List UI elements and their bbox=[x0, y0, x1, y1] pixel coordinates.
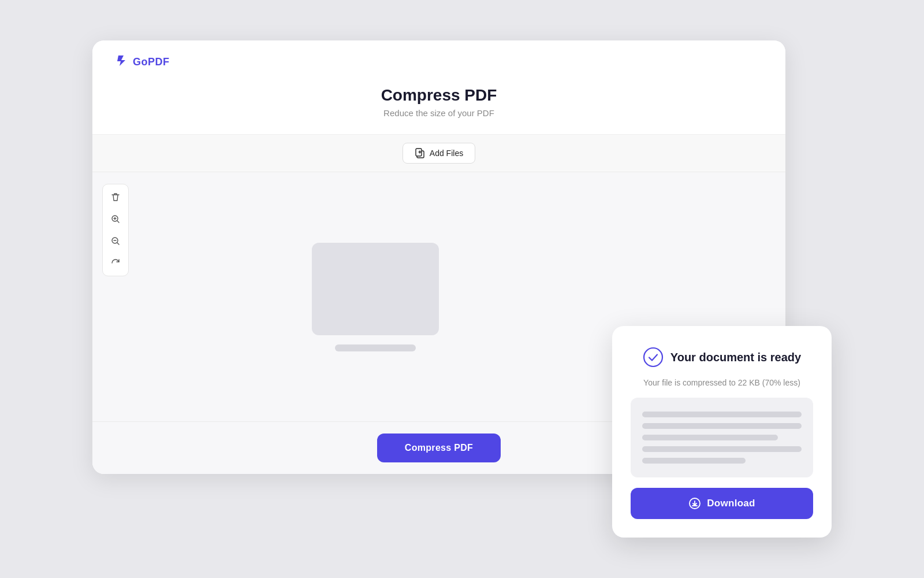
logo-icon bbox=[116, 54, 128, 70]
zoom-out-button[interactable] bbox=[105, 231, 126, 251]
page-title: Compress PDF bbox=[116, 86, 762, 105]
icon-toolbar bbox=[102, 184, 129, 276]
document-thumbnail bbox=[312, 243, 439, 335]
svg-point-3 bbox=[644, 348, 662, 366]
result-header: Your document is ready bbox=[643, 347, 801, 368]
check-circle-icon bbox=[643, 347, 664, 368]
result-card: Your document is ready Your file is comp… bbox=[612, 326, 832, 538]
doc-line-3 bbox=[642, 435, 778, 440]
doc-line-4 bbox=[642, 446, 802, 452]
zoom-in-button[interactable] bbox=[105, 209, 126, 229]
doc-line-1 bbox=[642, 412, 802, 417]
zoom-in-icon bbox=[110, 214, 121, 224]
delete-button[interactable] bbox=[105, 187, 126, 208]
zoom-out-icon bbox=[110, 236, 121, 246]
logo-area: GoPDF bbox=[116, 54, 762, 70]
compress-pdf-button[interactable]: Compress PDF bbox=[377, 433, 501, 462]
doc-line-2 bbox=[642, 423, 802, 429]
add-files-label: Add Files bbox=[430, 149, 463, 158]
add-file-icon bbox=[415, 148, 425, 158]
add-files-button[interactable]: Add Files bbox=[403, 143, 475, 164]
left-panel bbox=[92, 172, 139, 421]
download-label: Download bbox=[707, 498, 755, 509]
result-title: Your document is ready bbox=[670, 351, 801, 364]
reset-button[interactable] bbox=[105, 253, 126, 273]
document-name-bar bbox=[335, 344, 416, 351]
doc-line-5 bbox=[642, 458, 746, 464]
title-area: Compress PDF Reduce the size of your PDF bbox=[116, 86, 762, 134]
logo-text: GoPDF bbox=[133, 56, 170, 68]
page-subtitle: Reduce the size of your PDF bbox=[116, 108, 762, 118]
result-doc-preview bbox=[631, 398, 813, 477]
trash-icon bbox=[110, 192, 121, 202]
document-preview-area bbox=[139, 172, 612, 421]
outer-wrapper: GoPDF Compress PDF Reduce the size of yo… bbox=[92, 40, 832, 538]
download-icon bbox=[688, 497, 701, 510]
add-files-toolbar: Add Files bbox=[92, 135, 785, 172]
reset-icon bbox=[110, 258, 121, 268]
header: GoPDF Compress PDF Reduce the size of yo… bbox=[92, 40, 785, 135]
result-subtitle: Your file is compressed to 22 KB (70% le… bbox=[643, 378, 800, 387]
download-button[interactable]: Download bbox=[631, 488, 813, 519]
